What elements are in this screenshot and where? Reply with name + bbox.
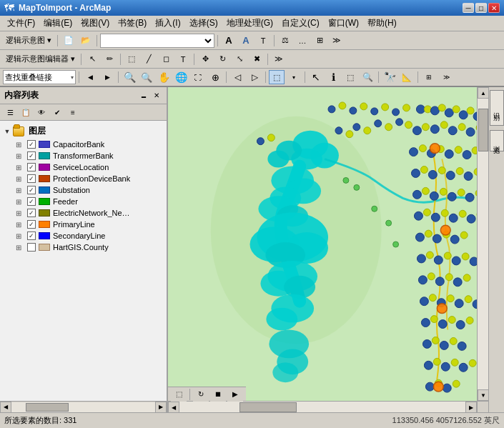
zoom-out-btn[interactable]: 🔍 — [139, 70, 154, 84]
map-scrollbar-v[interactable]: ▲ ▼ — [477, 87, 488, 401]
pan-btn[interactable]: ✋ — [156, 70, 172, 84]
toc-tab-more[interactable]: ≡ — [66, 106, 80, 119]
extent-btn[interactable]: ⛶ — [190, 70, 206, 84]
toc-scroll-right[interactable]: ▶ — [155, 402, 167, 413]
layer-feeder[interactable]: ⊞ Feeder — [0, 196, 167, 207]
toolbar-btn-rotate[interactable]: ↻ — [214, 52, 230, 66]
toc-tab-list[interactable]: ☰ — [3, 106, 17, 119]
toolbar-btn-back[interactable]: ◀ — [82, 70, 98, 84]
map-scroll-hthumb[interactable] — [239, 402, 297, 412]
stop-btn[interactable]: ⏹ — [210, 387, 226, 402]
layer-electricnetwork[interactable]: ⊞ ElectricNetwork_Net_Junctio — [0, 207, 167, 219]
globe-btn[interactable]: 🌐 — [173, 70, 189, 84]
toc-tab-visibility[interactable]: 👁 — [34, 106, 49, 119]
maximize-button[interactable]: □ — [475, 3, 487, 13]
toolbar-btn-scale2[interactable]: ⤡ — [232, 52, 247, 66]
extra-btn1[interactable]: ⊞ — [421, 70, 437, 84]
select-dropdown-btn[interactable]: ▾ — [286, 70, 302, 84]
map-scroll-up[interactable]: ▲ — [478, 87, 488, 99]
toolbar-btn-more2[interactable]: ≫ — [271, 52, 287, 66]
toc-tab-source[interactable]: 📋 — [19, 106, 33, 119]
toolbar-btn-open[interactable]: 📂 — [78, 34, 94, 48]
toolbar-btn-new[interactable]: 📄 — [61, 34, 76, 48]
layer-primaryline[interactable]: ⊞ PrimaryLine — [0, 219, 167, 230]
toc-scroll-left[interactable]: ◀ — [0, 402, 11, 413]
checkbox-transformerbank[interactable] — [27, 151, 36, 160]
toolbar-btn-polygon[interactable]: ◻ — [158, 52, 174, 66]
toolbar-btn-a[interactable]: A — [221, 34, 237, 48]
menu-view[interactable]: 视图(V) — [76, 16, 114, 31]
map-scroll-htrack[interactable] — [179, 402, 465, 412]
cursor-tool-btn[interactable]: ↖ — [308, 70, 324, 84]
toolbar-btn-pencil[interactable]: ✏ — [102, 52, 117, 66]
refresh-btn[interactable]: ↻ — [193, 387, 209, 402]
checkbox-hartgiscounty[interactable] — [27, 243, 36, 252]
search-container[interactable]: ▾ — [3, 70, 76, 84]
checkbox-servicelocation[interactable] — [27, 163, 36, 171]
checkbox-electricnetwork[interactable] — [27, 209, 36, 217]
map-scroll-left[interactable]: ◀ — [168, 402, 179, 412]
toc-tab-selection[interactable]: ✔ — [50, 106, 64, 119]
menu-file[interactable]: 文件(F) — [3, 16, 39, 31]
toolbar-btn-grid[interactable]: ⊞ — [312, 34, 327, 48]
toolbar-btn-line[interactable]: ╱ — [141, 52, 157, 66]
toc-close-btn[interactable]: ✕ — [151, 90, 162, 101]
checkbox-capacitorbank[interactable] — [27, 140, 36, 149]
zoom-in-btn[interactable]: 🔍 — [122, 70, 137, 84]
checkbox-protectiondevicebank[interactable] — [27, 174, 36, 183]
toolbar-btn-dots[interactable]: … — [295, 34, 310, 48]
toolbar-btn-delete[interactable]: ✖ — [249, 52, 265, 66]
right-panel-btn1[interactable]: 识 别 — [490, 90, 504, 126]
toolbar-btn-fwd[interactable]: ▶ — [99, 70, 115, 84]
layer-capacitorbank[interactable]: ⊞ CapacitorBank — [0, 139, 167, 150]
layer-secondaryline[interactable]: ⊞ SecondaryLine — [0, 230, 167, 242]
fwd-extent-btn[interactable]: ▷ — [247, 70, 262, 84]
overview-btn[interactable]: ⬚ — [171, 387, 187, 402]
layer-transformerbank[interactable]: ⊞ TransformerBank — [0, 150, 167, 161]
back-extent-btn[interactable]: ◁ — [229, 70, 245, 84]
search-input[interactable] — [5, 71, 69, 84]
search-dropdown-arrow[interactable]: ▾ — [71, 74, 74, 81]
toc-pin-btn[interactable]: 🗕 — [138, 90, 149, 101]
measure-btn[interactable]: 📐 — [399, 70, 415, 84]
toolbar-btn-select[interactable]: ⬚ — [124, 52, 139, 66]
toolbar-btn-scale[interactable]: ⚖ — [277, 34, 293, 48]
progress-btn[interactable]: ▶ — [227, 387, 243, 402]
logic-diagram-dropdown[interactable] — [100, 34, 214, 48]
identify-btn[interactable]: 🔍 — [360, 70, 375, 84]
layer-hartgiscounty[interactable]: ⊞ HartGIS.County — [0, 242, 167, 253]
menu-geoprocessing[interactable]: 地理处理(G) — [222, 16, 277, 31]
map-container[interactable]: ▲ ▼ ◀ ▶ ⬚ ↻ ⏹ ▶ — [168, 87, 488, 412]
layer-servicelocation[interactable]: ⊞ ServiceLocation — [0, 161, 167, 173]
checkbox-primaryline[interactable] — [27, 220, 36, 229]
close-button[interactable]: ✕ — [488, 3, 500, 13]
toolbar-btn-a2[interactable]: A — [238, 34, 254, 48]
menu-edit[interactable]: 编辑(E) — [39, 16, 76, 31]
menu-help[interactable]: 帮助(H) — [363, 16, 401, 31]
toolbar-btn-t[interactable]: T — [255, 34, 271, 48]
layer-protectiondevicebank[interactable]: ⊞ ProtectionDeviceBank — [0, 173, 167, 184]
checkbox-feeder[interactable] — [27, 197, 36, 206]
map-scroll-vtrack[interactable] — [478, 99, 488, 389]
checkbox-substation[interactable] — [27, 186, 36, 194]
info-btn[interactable]: ℹ — [325, 70, 341, 84]
select-features-btn[interactable]: ⬚ — [269, 70, 285, 84]
map-scrollbar-h[interactable]: ◀ ▶ — [168, 401, 477, 412]
minimize-button[interactable]: ─ — [463, 3, 474, 13]
toc-group-header[interactable]: ▼ 图层 — [0, 124, 167, 139]
menu-window[interactable]: 窗口(W) — [324, 16, 363, 31]
toolbar-btn-cursor[interactable]: ↖ — [84, 52, 100, 66]
toolbar-btn-more[interactable]: ≫ — [329, 34, 345, 48]
toolbar-btn-move[interactable]: ✥ — [197, 52, 213, 66]
checkbox-secondaryline[interactable] — [27, 232, 36, 240]
map-scroll-right[interactable]: ▶ — [465, 402, 477, 412]
menu-insert[interactable]: 插入(I) — [151, 16, 184, 31]
extra-btn2[interactable]: ≫ — [438, 70, 454, 84]
right-panel-btn2[interactable]: 浏 览 — [490, 130, 504, 151]
zoom-layer-btn[interactable]: ⊕ — [207, 70, 223, 84]
menu-customize[interactable]: 自定义(C) — [277, 16, 324, 31]
menu-bookmark[interactable]: 书签(B) — [114, 16, 151, 31]
layer-substation[interactable]: ⊞ Substation — [0, 184, 167, 196]
map-scroll-down[interactable]: ▼ — [478, 389, 488, 401]
toolbar-btn-text2[interactable]: T — [175, 52, 191, 66]
